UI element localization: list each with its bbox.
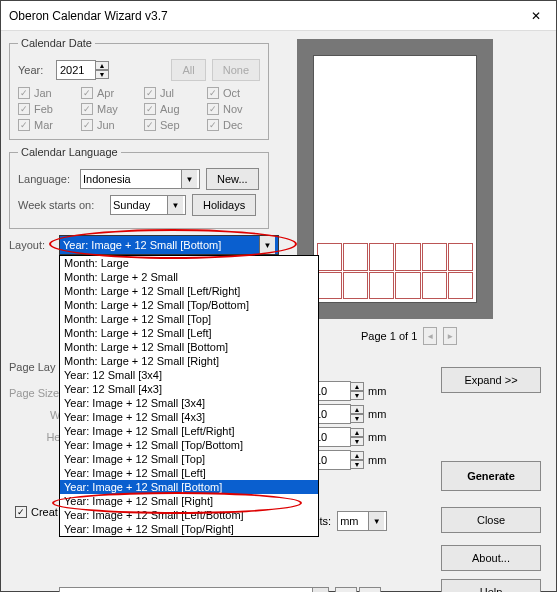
spin-down-icon[interactable]: ▼: [95, 70, 109, 79]
help-wrap: Help: [441, 579, 541, 592]
chevron-down-icon: ▼: [312, 588, 328, 592]
week-starts-label: Week starts on:: [18, 199, 104, 211]
close-button[interactable]: Close: [441, 507, 541, 533]
expand-button[interactable]: Expand >>: [441, 367, 541, 393]
week-start-select[interactable]: Sunday ▼: [110, 195, 186, 215]
month-sep[interactable]: ✓Sep: [144, 119, 197, 131]
layout-row: Layout: Year: Image + 12 Small [Bottom] …: [9, 235, 548, 255]
layout-option[interactable]: Year: Image + 12 Small [Left]: [60, 466, 318, 480]
month-jul[interactable]: ✓Jul: [144, 87, 197, 99]
preview-area: [297, 39, 493, 319]
holidays-button[interactable]: Holidays: [192, 194, 256, 216]
titlebar[interactable]: Oberon Calendar Wizard v3.7 ✕: [1, 1, 556, 31]
layout-option[interactable]: Month: Large + 12 Small [Bottom]: [60, 340, 318, 354]
generate-wrap: Generate: [441, 461, 541, 491]
calendar-language-legend: Calendar Language: [18, 146, 121, 158]
layout-option[interactable]: Month: Large + 12 Small [Right]: [60, 354, 318, 368]
layout-option[interactable]: Month: Large + 12 Small [Top/Bottom]: [60, 298, 318, 312]
window-title: Oberon Calendar Wizard v3.7: [9, 9, 168, 23]
year-label: Year:: [18, 64, 50, 76]
layout-option[interactable]: Year: Image + 12 Small [Top]: [60, 452, 318, 466]
layout-label: Layout:: [9, 239, 53, 251]
year-spinner[interactable]: ▲▼: [56, 60, 109, 80]
month-mar[interactable]: ✓Mar: [18, 119, 71, 131]
layout-option[interactable]: Year: Image + 12 Small [3x4]: [60, 396, 318, 410]
calendar-date-group: Calendar Date Year: ▲▼ All None ✓Jan ✓Ap…: [9, 37, 269, 140]
language-label: Language:: [18, 173, 74, 185]
layout-option[interactable]: Month: Large + 12 Small [Left/Right]: [60, 284, 318, 298]
chevron-down-icon: ▼: [368, 512, 384, 530]
layout-option[interactable]: Year: 12 Small [4x3]: [60, 382, 318, 396]
layout-dropdown[interactable]: Month: LargeMonth: Large + 2 SmallMonth:…: [59, 255, 319, 537]
chevron-down-icon: ▼: [259, 236, 275, 254]
month-nov[interactable]: ✓Nov: [207, 103, 260, 115]
layout-option[interactable]: Month: Large: [60, 256, 318, 270]
layout-option[interactable]: Year: Image + 12 Small [Top/Right]: [60, 522, 318, 536]
month-feb[interactable]: ✓Feb: [18, 103, 71, 115]
layout-selected-text: Year: Image + 12 Small [Bottom]: [63, 239, 221, 251]
next-page-button[interactable]: ►: [443, 327, 457, 345]
layout-select[interactable]: Year: Image + 12 Small [Bottom] ▼ Month:…: [59, 235, 279, 255]
layout-option[interactable]: Year: Image + 12 Small [Bottom]: [60, 480, 318, 494]
month-aug[interactable]: ✓Aug: [144, 103, 197, 115]
months-grid: ✓Jan ✓Apr ✓Jul ✓Oct ✓Feb ✓May ✓Aug ✓Nov …: [18, 87, 260, 131]
all-months-button[interactable]: All: [171, 59, 205, 81]
prev-page-button[interactable]: ◄: [423, 327, 437, 345]
layout-option[interactable]: Year: Image + 12 Small [Right]: [60, 494, 318, 508]
formatting-select[interactable]: ▼: [59, 587, 329, 592]
month-jun[interactable]: ✓Jun: [81, 119, 134, 131]
calendar-language-group: Calendar Language Language: Indonesia ▼ …: [9, 146, 269, 229]
expand-wrap: Expand >>: [441, 367, 541, 393]
units-select[interactable]: mm ▼: [337, 511, 387, 531]
formatting-row: Formatt ▼ + −: [15, 587, 381, 592]
about-wrap: About...: [441, 545, 541, 571]
layout-option[interactable]: Month: Large + 12 Small [Top]: [60, 312, 318, 326]
generate-button[interactable]: Generate: [441, 461, 541, 491]
calendar-date-legend: Calendar Date: [18, 37, 95, 49]
formatting-remove-button[interactable]: −: [359, 587, 381, 592]
month-apr[interactable]: ✓Apr: [81, 87, 134, 99]
close-wrap: Close: [441, 507, 541, 533]
help-button[interactable]: Help: [441, 579, 541, 592]
layout-option[interactable]: Year: Image + 12 Small [Left/Bottom]: [60, 508, 318, 522]
about-button[interactable]: About...: [441, 545, 541, 571]
month-dec[interactable]: ✓Dec: [207, 119, 260, 131]
year-input[interactable]: [56, 60, 96, 80]
month-oct[interactable]: ✓Oct: [207, 87, 260, 99]
month-may[interactable]: ✓May: [81, 103, 134, 115]
layout-option[interactable]: Month: Large + 2 Small: [60, 270, 318, 284]
app-window: Oberon Calendar Wizard v3.7 ✕ Calendar D…: [0, 0, 557, 592]
layout-option[interactable]: Year: 12 Small [3x4]: [60, 368, 318, 382]
formatting-add-button[interactable]: +: [335, 587, 357, 592]
client-area: Calendar Date Year: ▲▼ All None ✓Jan ✓Ap…: [1, 31, 556, 591]
window-close-button[interactable]: ✕: [516, 1, 556, 30]
layout-option[interactable]: Year: Image + 12 Small [Left/Right]: [60, 424, 318, 438]
month-jan[interactable]: ✓Jan: [18, 87, 71, 99]
pager: Page 1 of 1 ◄ ►: [361, 327, 457, 345]
layout-option[interactable]: Month: Large + 12 Small [Left]: [60, 326, 318, 340]
language-select[interactable]: Indonesia ▼: [80, 169, 200, 189]
chevron-down-icon: ▼: [181, 170, 197, 188]
new-language-button[interactable]: New...: [206, 168, 259, 190]
page-indicator: Page 1 of 1: [361, 330, 417, 342]
create-checkbox[interactable]: ✓ Creat: [15, 506, 58, 518]
spin-up-icon[interactable]: ▲: [95, 61, 109, 70]
preview-page: [313, 55, 477, 303]
layout-option[interactable]: Year: Image + 12 Small [Top/Bottom]: [60, 438, 318, 452]
layout-option[interactable]: Year: Image + 12 Small [4x3]: [60, 410, 318, 424]
chevron-down-icon: ▼: [167, 196, 183, 214]
close-icon: ✕: [531, 9, 541, 23]
none-months-button[interactable]: None: [212, 59, 260, 81]
